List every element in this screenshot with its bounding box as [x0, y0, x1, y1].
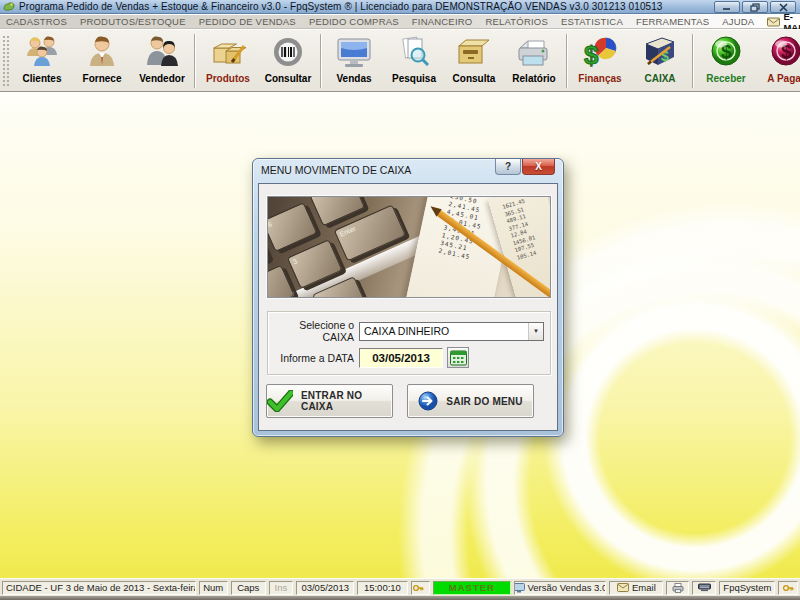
status-email: Email — [609, 581, 663, 595]
toolbar-label: Vendas — [336, 73, 371, 84]
toolbar-clientes-button[interactable]: Clientes — [12, 32, 72, 90]
date-label: Informe a DATA — [268, 352, 354, 364]
toolbar-separator — [692, 34, 694, 88]
toolbar-separator — [566, 34, 568, 88]
status-time: 15:00:10 — [357, 581, 407, 595]
terminal-icon — [698, 583, 711, 592]
window-title: Programa Pedido de Vendas + Estoque & Fi… — [19, 1, 663, 12]
toolbar-vendedor-button[interactable]: Vendedor — [132, 32, 192, 90]
key-icon — [413, 583, 424, 593]
toolbar-separator — [320, 34, 322, 88]
file-drawer-icon — [454, 33, 494, 73]
status-key-panel — [411, 581, 431, 595]
toolbar-label: Pesquisa — [392, 73, 436, 84]
supplier-icon — [82, 33, 122, 73]
toolbar-relatorio-button[interactable]: Relatório — [504, 32, 564, 90]
menu-pedido-de-vendas[interactable]: PEDIDO DE VENDAS — [199, 16, 296, 27]
key-icon — [783, 583, 794, 593]
arrow-right-icon — [418, 391, 438, 411]
toolbar-label: Vendedor — [139, 73, 185, 84]
toolbar-consulta-button[interactable]: Consulta — [444, 32, 504, 90]
caixa-select-label: Selecione o CAIXA — [268, 319, 354, 343]
calendar-icon — [450, 350, 467, 366]
cash-book-icon: $ — [640, 33, 680, 73]
entrar-label: ENTRAR NO CAIXA — [301, 390, 392, 412]
menu-ferramentas[interactable]: FERRAMENTAS — [636, 16, 709, 27]
toolbar-consultar-button[interactable]: Consultar — [258, 32, 318, 90]
calendar-button[interactable] — [447, 347, 469, 368]
app-icon — [3, 1, 15, 12]
menu-financeiro[interactable]: FINANCEIRO — [412, 16, 473, 27]
window-bottom-edge — [0, 596, 800, 600]
menu-relatorios[interactable]: RELATÓRIOS — [485, 16, 548, 27]
pay-dollar-icon: $ — [766, 33, 800, 73]
menu-estatistica[interactable]: ESTATISTICA — [561, 16, 623, 27]
toolbar-label: Clientes — [23, 73, 62, 84]
status-brand: FpqSystem — [719, 581, 775, 595]
sair-do-menu-button[interactable]: SAIR DO MENU — [407, 384, 534, 418]
entrar-no-caixa-button[interactable]: ENTRAR NO CAIXA — [266, 384, 393, 418]
envelope-icon — [617, 583, 629, 592]
caixa-select-value: CAIXA DINHEIRO — [360, 325, 528, 337]
status-printer-panel — [666, 581, 688, 595]
toolbar-separator — [194, 34, 196, 88]
sair-label: SAIR DO MENU — [446, 396, 522, 407]
menu-bar: CADASTROS PRODUTOS/ESTOQUE PEDIDO DE VEN… — [0, 15, 800, 29]
search-docs-icon — [394, 33, 434, 73]
dialog-content: 6 3 Enter 3,01.45 230.50 2,41.45 4,45.01… — [258, 183, 558, 431]
title-bar: Programa Pedido de Vendas + Estoque & Fi… — [0, 0, 800, 14]
toolbar-caixa-button[interactable]: $ CAIXA — [630, 32, 690, 90]
toolbar-label: Finanças — [578, 73, 621, 84]
toolbar-label: Produtos — [206, 73, 250, 84]
minimize-button[interactable] — [714, 1, 740, 13]
menu-cadastros[interactable]: CADASTROS — [6, 16, 67, 27]
status-date: 03/05/2013 — [296, 581, 354, 595]
toolbar-label: CAIXA — [644, 73, 675, 84]
chevron-down-icon[interactable]: ▼ — [528, 323, 543, 340]
menu-pedido-compras[interactable]: PEDIDO COMPRAS — [309, 16, 399, 27]
toolbar-vendas-button[interactable]: Vendas — [324, 32, 384, 90]
caixa-select[interactable]: CAIXA DINHEIRO ▼ — [359, 322, 544, 341]
toolbar-receber-button[interactable]: $ Receber — [696, 32, 756, 90]
status-user: MASTER — [449, 582, 495, 593]
printer-icon — [672, 583, 684, 593]
caixa-dialog: MENU MOVIMENTO DE CAIXA ? X 6 3 Enter — [252, 158, 564, 437]
toolbar-label: Relatório — [512, 73, 555, 84]
toolbar-grip[interactable] — [2, 35, 10, 87]
finance-pie-icon: $ — [580, 33, 620, 73]
dialog-close-button[interactable]: X — [522, 159, 555, 175]
clients-icon — [22, 33, 62, 73]
status-terminal-panel — [692, 581, 716, 595]
menu-ajuda[interactable]: AJUDA — [722, 16, 754, 27]
toolbar-label: A Pagar — [767, 73, 800, 84]
status-version: Versão Vendas 3.0 — [514, 581, 607, 595]
status-key-panel-2 — [778, 581, 798, 595]
toolbar-pesquisa-button[interactable]: Pesquisa — [384, 32, 444, 90]
receive-dollar-icon: $ — [706, 33, 746, 73]
toolbar-label: Consulta — [453, 73, 496, 84]
status-location: CIDADE - UF 3 de Maio de 2013 - Sexta-fe… — [2, 581, 196, 595]
date-input[interactable]: 03/05/2013 — [359, 348, 443, 368]
check-icon — [267, 390, 293, 412]
toolbar-fornecedor-button[interactable]: Fornece — [72, 32, 132, 90]
svg-text:$: $ — [584, 40, 599, 70]
menu-produtos-estoque[interactable]: PRODUTOS/ESTOQUE — [80, 16, 186, 27]
dialog-help-button[interactable]: ? — [495, 159, 521, 175]
printer-icon — [514, 33, 554, 73]
envelope-icon — [767, 17, 780, 27]
toolbar-apagar-button[interactable]: $ A Pagar — [756, 32, 800, 90]
toolbar-label: Fornece — [83, 73, 122, 84]
barcode-icon — [268, 33, 308, 73]
products-icon — [208, 33, 248, 73]
toolbar: Clientes Fornece Vendedor — [0, 29, 800, 92]
toolbar-label: Consultar — [265, 73, 312, 84]
status-num: Num — [199, 581, 228, 595]
monitor-icon — [334, 33, 374, 73]
application-window: Programa Pedido de Vendas + Estoque & Fi… — [0, 0, 800, 600]
restore-button[interactable] — [742, 1, 768, 13]
form-groupbox: Selecione o CAIXA CAIXA DINHEIRO ▼ Infor… — [267, 311, 551, 375]
toolbar-produtos-button[interactable]: Produtos — [198, 32, 258, 90]
toolbar-financas-button[interactable]: $ Finanças — [570, 32, 630, 90]
status-caps: Caps — [231, 581, 266, 595]
status-ins: Ins — [269, 581, 293, 595]
